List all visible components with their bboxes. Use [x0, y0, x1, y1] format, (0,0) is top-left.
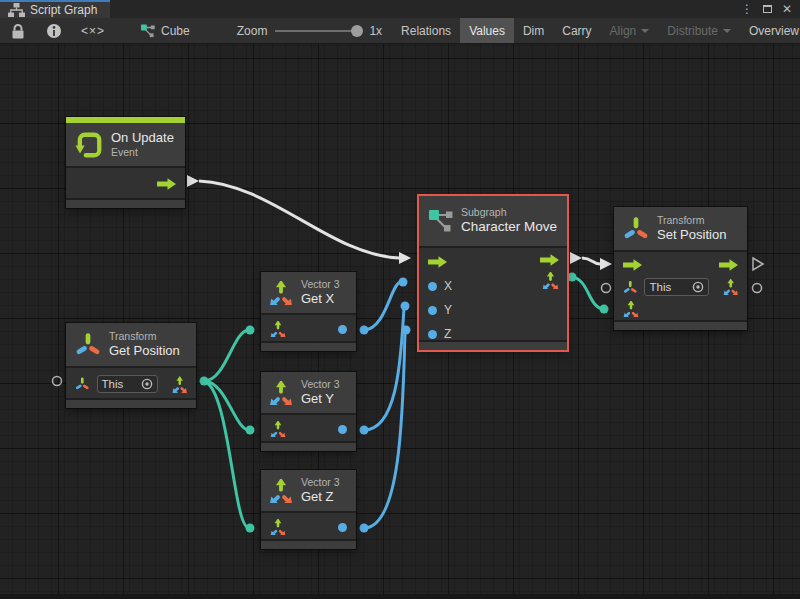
node-footer [261, 341, 356, 351]
tab-title: Script Graph [30, 3, 97, 17]
float-output-port[interactable] [338, 523, 347, 532]
exec-input-port[interactable] [428, 256, 447, 268]
vector-input-port[interactable] [623, 301, 639, 317]
node-header: On Update Event [66, 123, 185, 166]
node-set-position[interactable]: Transform Set Position This [614, 207, 747, 330]
node-footer [261, 441, 356, 451]
node-footer [614, 320, 747, 330]
node-subtitle: Event [111, 146, 174, 159]
float-output-port[interactable] [338, 425, 347, 434]
vector3-icon [269, 381, 293, 405]
node-footer [66, 398, 196, 408]
lock-button[interactable] [0, 18, 36, 43]
transform-icon [75, 332, 101, 358]
vector3-icon [269, 479, 293, 503]
graph-breadcrumb[interactable]: Cube [132, 18, 199, 43]
relations-button[interactable]: Relations [392, 18, 460, 43]
tab-script-graph[interactable]: Script Graph [0, 0, 110, 18]
zoom-slider[interactable] [275, 30, 361, 32]
target-picker-icon[interactable] [692, 281, 704, 293]
node-get-x[interactable]: Vector 3 Get X [261, 272, 356, 351]
exec-output-port[interactable] [540, 254, 559, 266]
zoom-control: Zoom 1x [227, 18, 392, 43]
node-title: Get Y [301, 391, 340, 407]
exec-input-port[interactable] [623, 259, 642, 271]
node-footer [66, 198, 185, 208]
node-type: Vector 3 [301, 278, 340, 291]
node-title: Set Position [657, 227, 726, 243]
node-character-move[interactable]: Subgraph Character Move X Y Z [419, 196, 567, 350]
node-get-position[interactable]: Transform Get Position This [66, 323, 196, 408]
maximize-icon[interactable] [763, 5, 772, 13]
node-get-z[interactable]: Vector 3 Get Z [261, 470, 356, 549]
info-button[interactable] [36, 18, 72, 43]
this-input-port[interactable] [623, 280, 637, 295]
node-type: Vector 3 [301, 476, 340, 489]
this-field[interactable]: This [97, 375, 158, 393]
y-input-port[interactable] [428, 306, 437, 315]
carry-button[interactable]: Carry [553, 18, 600, 43]
node-title: Get Position [109, 343, 180, 359]
target-picker-icon[interactable] [141, 378, 153, 390]
node-on-update[interactable]: On Update Event [66, 117, 185, 208]
transform-icon [623, 216, 649, 242]
node-header: Subgraph Character Move [419, 196, 567, 246]
node-header: Vector 3 Get Y [261, 372, 356, 413]
input-row-y: Y [419, 298, 567, 322]
zoom-slider-handle[interactable] [351, 25, 363, 37]
distribute-button[interactable]: Distribute [658, 18, 740, 43]
exec-output-port[interactable] [719, 259, 738, 271]
close-icon[interactable]: ✕ [782, 3, 792, 15]
vector-input-port[interactable] [270, 421, 286, 437]
node-header: Vector 3 Get X [261, 272, 356, 313]
exec-row [614, 254, 747, 276]
window-menu-icon[interactable]: ⋮ [741, 3, 753, 15]
dim-button[interactable]: Dim [514, 18, 553, 43]
exec-output-port[interactable] [157, 178, 176, 190]
vector3-icon [269, 281, 293, 305]
x-input-port[interactable] [428, 282, 437, 291]
overview-button[interactable]: Overview [740, 18, 800, 43]
align-button[interactable]: Align [601, 18, 659, 43]
node-title: Get Z [301, 489, 340, 505]
node-type: Vector 3 [301, 378, 340, 391]
position-row [614, 298, 747, 320]
code-icon: <×> [81, 24, 105, 38]
zoom-label: Zoom [237, 24, 268, 38]
this-input-port[interactable] [75, 376, 90, 392]
vector-input-port[interactable] [270, 321, 286, 337]
loop-event-icon [75, 131, 103, 159]
values-button[interactable]: Values [460, 18, 514, 43]
node-title: On Update [111, 130, 174, 146]
graph-pointer-icon [141, 24, 155, 38]
script-graph-window: Script Graph ⋮ ✕ <×> Cube Zoom 1x Relati… [0, 0, 800, 599]
node-header: Transform Set Position [614, 207, 747, 250]
this-row: This [614, 276, 747, 298]
float-output-port[interactable] [338, 325, 347, 334]
chevron-down-icon [723, 29, 731, 33]
node-footer [261, 539, 356, 549]
node-title: Character Move [461, 219, 557, 236]
zoom-value: 1x [369, 24, 382, 38]
tab-strip: Script Graph ⋮ ✕ [0, 0, 800, 18]
port-label-x: X [444, 279, 452, 293]
this-value: This [649, 281, 671, 293]
lock-icon [10, 23, 26, 39]
graph-toolbar: <×> Cube Zoom 1x Relations Values Dim Ca… [0, 18, 800, 44]
vector-output-port[interactable] [723, 279, 738, 295]
vector-input-port[interactable] [270, 519, 286, 535]
code-view-button[interactable]: <×> [72, 18, 114, 43]
node-get-y[interactable]: Vector 3 Get Y [261, 372, 356, 451]
this-field[interactable]: This [644, 278, 708, 296]
vector-output-port[interactable] [542, 272, 559, 289]
z-input-port[interactable] [428, 330, 437, 339]
node-header: Transform Get Position [66, 323, 196, 366]
node-type: Subgraph [461, 206, 557, 219]
subgraph-icon [429, 208, 453, 234]
node-title: Get X [301, 291, 340, 307]
distribute-label: Distribute [667, 24, 718, 38]
graph-name: Cube [161, 24, 190, 38]
vector-output-port[interactable] [172, 376, 187, 393]
node-type: Transform [657, 214, 726, 227]
graph-tab-icon [8, 3, 25, 17]
